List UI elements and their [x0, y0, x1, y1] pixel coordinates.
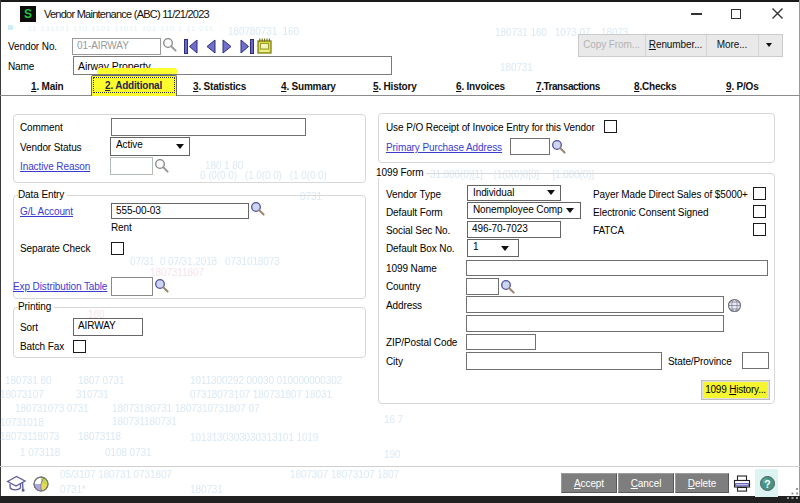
svg-text:?: ?: [764, 478, 770, 490]
